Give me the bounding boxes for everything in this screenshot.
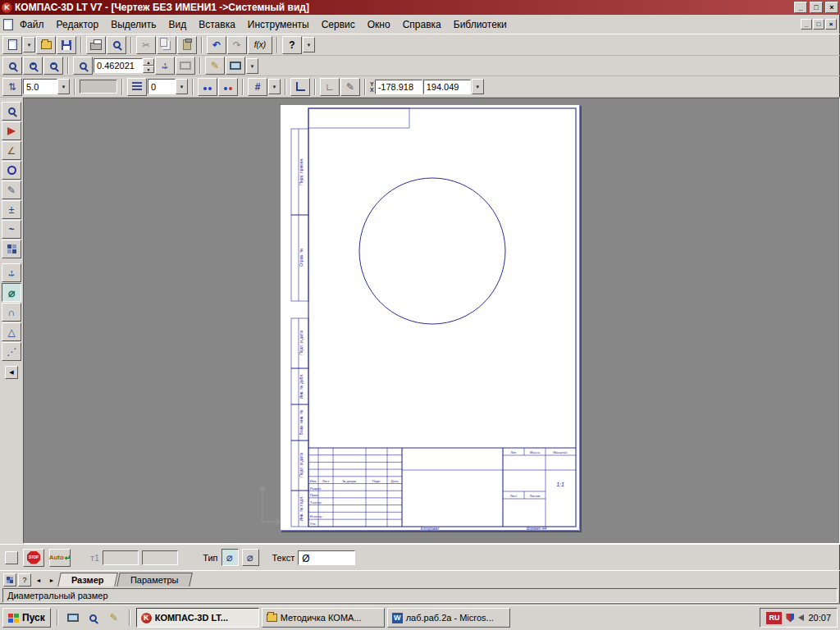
refresh-view-button[interactable]: ✎	[205, 57, 225, 75]
zoom-out-button[interactable]: −	[43, 57, 63, 75]
t1-y-field[interactable]	[142, 550, 178, 565]
diameter-dimension-button[interactable]: ⌀	[2, 283, 21, 302]
new-document-dropdown[interactable]: ▼	[23, 37, 35, 52]
menu-view[interactable]: Вид	[163, 16, 193, 34]
paste-button[interactable]	[177, 36, 197, 54]
menu-tools[interactable]: Инструменты	[242, 16, 315, 34]
menu-libraries[interactable]: Библиотеки	[448, 16, 513, 34]
radius-dimension-button[interactable]: ∩	[2, 303, 21, 322]
mdi-close-button[interactable]: ×	[825, 19, 837, 30]
auto-create-button[interactable]: Auto↵	[49, 549, 71, 567]
zoom-in-button[interactable]: +	[23, 57, 43, 75]
step-combo[interactable]: 5.0 ▼	[23, 79, 70, 94]
zoom-combo[interactable]: 0.462021 ▲ ▼	[94, 58, 154, 73]
step-value[interactable]: 5.0	[23, 79, 57, 94]
views-tool-button[interactable]	[2, 240, 21, 258]
spin-up-icon[interactable]: ▲	[143, 58, 154, 66]
layer-value[interactable]: 0	[148, 79, 176, 94]
task-kompas[interactable]: K КОМПАС-3D LT...	[136, 608, 259, 628]
spin-down-icon[interactable]: ▼	[143, 66, 154, 73]
layers-button[interactable]	[127, 78, 147, 96]
close-button[interactable]: ×	[825, 2, 838, 13]
tab-dimension[interactable]: Размер	[57, 573, 117, 587]
variables-button[interactable]: f(x)	[248, 36, 272, 54]
local-cs-button[interactable]	[290, 78, 310, 96]
maximize-button[interactable]: □	[810, 2, 823, 13]
quick-launch-viewer[interactable]	[84, 608, 103, 628]
menu-service[interactable]: Сервис	[316, 16, 361, 34]
open-button[interactable]	[36, 36, 56, 54]
cursor-step-button[interactable]: ⇅	[2, 78, 22, 96]
ortho-button[interactable]: ∟	[320, 78, 340, 96]
task-folder[interactable]: Методичка КОМА...	[262, 608, 385, 628]
language-indicator[interactable]: RU	[766, 612, 782, 624]
layer-dropdown[interactable]: ▼	[176, 79, 188, 94]
print-button[interactable]	[86, 36, 106, 54]
snaps-button[interactable]	[198, 78, 217, 96]
measure-tool-button[interactable]: ∠	[2, 141, 21, 160]
undo-button[interactable]: ↶	[207, 36, 226, 54]
menu-help[interactable]: Справка	[397, 16, 447, 34]
mdi-minimize-button[interactable]: _	[801, 19, 812, 30]
tab-scroll-left[interactable]: ◄	[33, 575, 44, 587]
zoom-current-button[interactable]	[73, 57, 93, 75]
menu-editor[interactable]: Редактор	[51, 16, 105, 34]
cut-button[interactable]: ✂	[136, 36, 156, 54]
save-button[interactable]	[57, 36, 76, 54]
select-tool-button[interactable]	[2, 121, 21, 140]
zoom-value[interactable]: 0.462021	[94, 58, 143, 73]
minimize-button[interactable]: _	[794, 2, 807, 13]
menu-file[interactable]: Файл	[14, 16, 50, 34]
volume-tray-icon[interactable]	[798, 614, 804, 621]
start-button[interactable]: Пуск	[2, 608, 51, 628]
pan-button[interactable]: ↔↕	[155, 57, 175, 75]
rotate-view-button[interactable]	[176, 57, 195, 75]
hatch-tool-button[interactable]: ⋰	[2, 342, 21, 361]
grid-button[interactable]: #	[248, 78, 267, 96]
document-icon[interactable]	[3, 19, 13, 30]
panel-grid-button[interactable]	[3, 573, 16, 587]
collapse-panel-button[interactable]: ◀	[5, 366, 18, 379]
show-document-button[interactable]	[226, 57, 245, 75]
snap-settings-button[interactable]: ✎	[340, 78, 360, 96]
zoom-tool-button[interactable]	[2, 102, 21, 121]
mdi-restore-button[interactable]: □	[813, 19, 824, 30]
tab-parameters[interactable]: Параметры	[116, 573, 192, 587]
antivirus-tray-icon[interactable]	[786, 614, 794, 623]
memory-state-button[interactable]	[5, 551, 18, 564]
coord-y-field[interactable]: 194.049	[423, 80, 471, 94]
dimension-text-field[interactable]: Ø	[298, 550, 355, 565]
print-preview-button[interactable]	[107, 36, 126, 54]
step-dropdown[interactable]: ▼	[57, 79, 70, 94]
menu-window[interactable]: Окно	[362, 16, 396, 34]
zoom-spinner[interactable]: ▲ ▼	[143, 58, 154, 73]
drawn-circle[interactable]	[359, 178, 505, 324]
new-document-button[interactable]	[2, 36, 22, 54]
quick-launch-desktop[interactable]	[64, 608, 82, 628]
copy-button[interactable]	[157, 36, 176, 54]
drawing-sheet[interactable]: Перв. примен. Справ. № Подп. и дата Инв.…	[280, 104, 580, 531]
tab-scroll-right[interactable]: ►	[46, 575, 57, 587]
geometry-tool-button[interactable]	[2, 161, 21, 180]
type-full-diameter-button[interactable]: ⌀	[221, 549, 239, 566]
show-document-dropdown[interactable]: ▼	[246, 58, 258, 74]
edit-tool-button[interactable]: ✎	[2, 180, 21, 199]
coord-x-field[interactable]: -178.918	[375, 80, 422, 94]
line-style-selector[interactable]	[80, 80, 117, 94]
task-word[interactable]: W лаб.раб.2а - Micros...	[387, 608, 510, 628]
grid-dropdown[interactable]: ▼	[268, 79, 281, 94]
t1-x-field[interactable]	[103, 550, 139, 565]
parametrize-tool-button[interactable]: ±	[2, 200, 21, 219]
curves-tool-button[interactable]: ~	[2, 220, 21, 239]
zoom-area-button[interactable]	[2, 57, 22, 75]
drawing-sheet-svg[interactable]: Перв. примен. Справ. № Подп. и дата Инв.…	[280, 104, 580, 531]
quick-launch-editor[interactable]: ✎	[105, 608, 123, 628]
type-half-diameter-button[interactable]: ⌀	[242, 549, 259, 566]
interrupt-command-button[interactable]: STOP	[23, 549, 44, 567]
layer-combo[interactable]: 0 ▼	[148, 79, 188, 94]
forbid-snaps-button[interactable]	[218, 78, 238, 96]
pan-tool-button[interactable]: ↔↕	[2, 263, 21, 282]
context-help-button[interactable]: ?	[282, 36, 302, 54]
redo-button[interactable]: ↷	[227, 36, 247, 54]
app-icon[interactable]: K	[2, 2, 12, 13]
